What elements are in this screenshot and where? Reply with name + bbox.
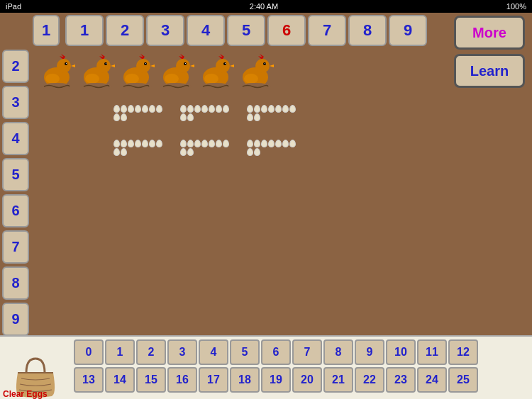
egg-cluster-2: [180, 105, 230, 121]
row-num-5[interactable]: 5: [2, 158, 29, 191]
chicken-4: [157, 53, 194, 90]
col-num-3[interactable]: 3: [146, 15, 184, 46]
egg: [254, 105, 260, 113]
egg: [209, 140, 215, 147]
num-cell[interactable]: 10: [386, 339, 416, 365]
col-num-6[interactable]: 6: [267, 15, 306, 46]
row-num-6[interactable]: 6: [2, 194, 29, 227]
egg: [121, 105, 127, 113]
egg: [180, 140, 187, 147]
egg: [128, 140, 134, 147]
number-grid: 0123456789101112 13141516171819202122232…: [71, 337, 532, 399]
num-cell[interactable]: 13: [74, 367, 104, 393]
egg: [254, 148, 260, 156]
num-cell[interactable]: 20: [292, 367, 322, 393]
svg-point-1: [45, 74, 60, 84]
egg: [194, 105, 201, 113]
col-num-8[interactable]: 8: [348, 15, 387, 46]
more-button[interactable]: More: [454, 16, 525, 50]
num-cell[interactable]: 16: [167, 367, 197, 393]
svg-marker-43: [270, 64, 274, 67]
svg-point-26: [176, 59, 190, 73]
egg: [275, 105, 282, 113]
svg-point-34: [216, 59, 230, 73]
svg-marker-3: [71, 64, 75, 67]
egg: [247, 105, 253, 113]
col-num-label-1[interactable]: 1: [33, 15, 60, 46]
row-num-7[interactable]: 7: [2, 230, 29, 264]
num-cell[interactable]: 15: [136, 367, 166, 393]
num-cell[interactable]: 21: [323, 367, 353, 393]
num-cell[interactable]: 24: [417, 367, 447, 393]
egg: [275, 140, 282, 147]
egg: [187, 140, 194, 147]
num-cell[interactable]: 25: [448, 367, 478, 393]
egg: [180, 113, 187, 121]
egg-group-bottom: [113, 140, 297, 156]
col-num-4[interactable]: 4: [187, 15, 225, 46]
col-num-7[interactable]: 7: [308, 15, 346, 46]
svg-point-22: [145, 62, 146, 63]
row-num-4[interactable]: 4: [2, 122, 29, 155]
num-cell[interactable]: 23: [386, 367, 416, 393]
num-cell[interactable]: 9: [355, 339, 384, 365]
num-cell[interactable]: 19: [261, 367, 291, 393]
svg-point-41: [244, 74, 258, 84]
svg-marker-35: [230, 64, 234, 67]
num-cell[interactable]: 11: [417, 339, 447, 365]
egg: [254, 113, 260, 121]
svg-point-37: [223, 62, 226, 65]
num-cell[interactable]: 17: [199, 367, 228, 393]
svg-point-46: [265, 62, 265, 63]
svg-point-10: [96, 59, 111, 73]
num-cell[interactable]: 6: [261, 339, 291, 365]
num-cell[interactable]: 0: [74, 339, 104, 365]
chicken-1: [38, 53, 75, 90]
clear-eggs-label[interactable]: Clear Eggs: [3, 389, 48, 399]
egg: [121, 140, 127, 147]
egg: [149, 105, 155, 113]
num-cell[interactable]: 5: [230, 339, 260, 365]
col-num-2[interactable]: 2: [106, 15, 144, 46]
row-num-8[interactable]: 8: [2, 266, 29, 300]
num-cell[interactable]: 8: [323, 339, 353, 365]
col-num-1[interactable]: 1: [65, 15, 104, 46]
col-num-5[interactable]: 5: [227, 15, 265, 46]
egg: [149, 140, 155, 147]
num-cell[interactable]: 18: [230, 367, 260, 393]
egg: [247, 148, 253, 156]
egg-cluster-6: [247, 140, 297, 156]
num-cell[interactable]: 3: [167, 339, 197, 365]
col-num-9[interactable]: 9: [389, 15, 427, 46]
svg-point-39: [200, 83, 231, 90]
svg-marker-4: [60, 54, 65, 59]
egg: [268, 140, 275, 147]
egg: [128, 105, 134, 113]
egg: [216, 105, 222, 113]
egg: [156, 105, 162, 113]
egg: [201, 140, 208, 147]
egg: [142, 140, 148, 147]
num-cell[interactable]: 4: [199, 339, 228, 365]
svg-marker-19: [150, 64, 155, 67]
egg: [289, 105, 296, 113]
row-num-3[interactable]: 3: [2, 86, 29, 119]
num-cell[interactable]: 2: [136, 339, 166, 365]
svg-point-30: [185, 62, 186, 63]
num-cell[interactable]: 14: [105, 367, 135, 393]
svg-point-47: [240, 83, 271, 90]
egg: [187, 105, 194, 113]
row-num-2[interactable]: 2: [2, 50, 29, 83]
egg: [247, 113, 253, 121]
egg: [268, 105, 275, 113]
num-cell[interactable]: 12: [448, 339, 478, 365]
num-cell[interactable]: 7: [292, 339, 322, 365]
learn-button[interactable]: Learn: [454, 54, 525, 88]
svg-marker-27: [190, 64, 194, 67]
num-cell[interactable]: 22: [355, 367, 384, 393]
num-cell[interactable]: 1: [105, 339, 135, 365]
row-num-9[interactable]: 9: [2, 303, 29, 336]
egg-cluster-4: [113, 140, 163, 156]
svg-point-29: [184, 62, 187, 65]
num-row-1: 0123456789101112: [74, 339, 529, 365]
